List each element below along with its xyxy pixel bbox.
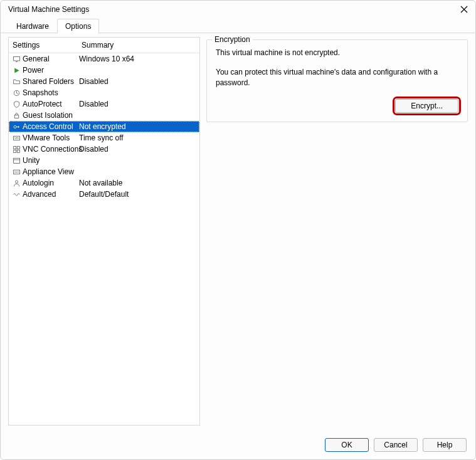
snapshot-icon (11, 88, 21, 97)
key-icon (11, 122, 21, 131)
svg-marker-4 (14, 68, 19, 73)
window-title: Virtual Machine Settings (8, 5, 89, 14)
detail-panel: Encryption This virtual machine is not e… (206, 37, 468, 426)
row-label: Appliance View (23, 167, 79, 177)
folder-icon (11, 77, 21, 86)
row-label: VMware Tools (23, 133, 79, 143)
settings-row-snapshots[interactable]: Snapshots (9, 87, 199, 98)
list-body: General Windows 10 x64 Power Shared Fold… (9, 53, 199, 425)
settings-row-unity[interactable]: Unity (9, 155, 199, 166)
help-button[interactable]: Help (423, 438, 467, 452)
row-summary: Default/Default (79, 189, 197, 199)
vm-icon: vm (11, 133, 21, 142)
row-label: Unity (23, 155, 79, 165)
settings-row-autoprotect[interactable]: AutoProtect Disabled (9, 98, 199, 110)
row-label: AutoProtect (23, 99, 79, 109)
svg-point-18 (16, 171, 17, 172)
settings-row-appliance-view[interactable]: Appliance View (9, 166, 199, 177)
list-header: Settings Summary (9, 38, 199, 53)
window-icon (11, 156, 21, 165)
user-icon (11, 179, 21, 187)
settings-row-vnc-connections[interactable]: VNC Connections Disabled (9, 144, 199, 155)
svg-rect-12 (13, 150, 16, 152)
row-summary: Windows 10 x64 (79, 54, 197, 64)
tabs: Hardware Options (1, 18, 475, 33)
settings-row-general[interactable]: General Windows 10 x64 (9, 53, 199, 65)
settings-list: Settings Summary General Windows 10 x64 … (8, 37, 200, 426)
row-label: Power (23, 65, 79, 75)
row-summary: Disabled (79, 144, 197, 154)
close-button[interactable] (459, 4, 469, 14)
row-label: Guest Isolation (23, 110, 79, 120)
encryption-legend: Encryption (212, 35, 253, 44)
shield-icon (11, 100, 21, 108)
row-summary: Not encrypted (79, 122, 197, 132)
dialog-footer: OK Cancel Help (1, 432, 475, 459)
encrypt-button[interactable]: Encrypt... (395, 99, 458, 113)
row-label: General (23, 54, 79, 64)
content-area: Settings Summary General Windows 10 x64 … (1, 33, 475, 432)
svg-rect-6 (14, 115, 19, 118)
appliance-icon (11, 167, 21, 176)
row-summary: Disabled (79, 99, 197, 109)
settings-row-power[interactable]: Power (9, 65, 199, 76)
col-summary[interactable]: Summary (78, 38, 199, 53)
close-icon (460, 6, 468, 13)
svg-rect-13 (17, 150, 19, 152)
lock-icon (11, 111, 21, 120)
row-label: VNC Connections (23, 144, 79, 154)
col-settings[interactable]: Settings (9, 38, 78, 53)
monitor-icon (11, 55, 21, 63)
wave-icon (11, 190, 21, 199)
settings-row-shared-folders[interactable]: Shared Folders Disabled (9, 76, 199, 87)
cancel-button[interactable]: Cancel (374, 438, 418, 452)
svg-rect-2 (13, 56, 19, 61)
titlebar: Virtual Machine Settings (1, 1, 475, 17)
tab-hardware[interactable]: Hardware (8, 19, 57, 33)
svg-point-7 (14, 125, 16, 128)
settings-row-guest-isolation[interactable]: Guest Isolation (9, 110, 199, 121)
settings-row-access-control[interactable]: Access Control Not encrypted (9, 121, 199, 132)
row-label: Autologin (23, 178, 79, 188)
settings-row-autologin[interactable]: Autologin Not available (9, 177, 199, 189)
row-summary: Time sync off (79, 133, 197, 143)
tab-options[interactable]: Options (57, 19, 99, 33)
row-summary: Disabled (79, 76, 197, 86)
row-label: Access Control (23, 122, 79, 132)
svg-text:vm: vm (14, 137, 18, 140)
encryption-text-2: You can protect this virtual machine's d… (216, 67, 458, 88)
settings-row-advanced[interactable]: Advanced Default/Default (9, 189, 199, 200)
svg-point-19 (18, 171, 19, 172)
svg-rect-10 (13, 146, 16, 149)
svg-point-17 (14, 171, 16, 172)
settings-row-vmware-tools[interactable]: vm VMware Tools Time sync off (9, 132, 199, 144)
row-label: Advanced (23, 189, 79, 199)
svg-rect-14 (13, 158, 19, 163)
row-label: Snapshots (23, 88, 79, 98)
ok-button[interactable]: OK (325, 438, 369, 452)
row-label: Shared Folders (23, 76, 79, 86)
encryption-text-1: This virtual machine is not encrypted. (216, 48, 458, 58)
play-icon (11, 66, 21, 75)
grid-icon (11, 145, 21, 154)
encryption-group: Encryption This virtual machine is not e… (206, 39, 468, 122)
vm-settings-dialog: Virtual Machine Settings Hardware Option… (0, 0, 476, 460)
svg-rect-11 (17, 146, 19, 149)
row-summary: Not available (79, 178, 197, 188)
svg-point-20 (15, 180, 18, 183)
